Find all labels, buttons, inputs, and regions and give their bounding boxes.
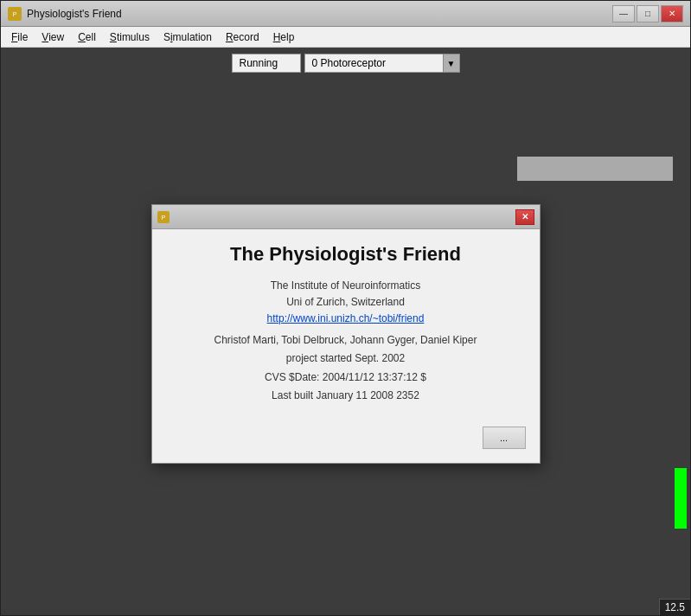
- green-indicator: [675, 468, 687, 529]
- dialog-body: The Physiologist's Friend The Institute …: [152, 229, 540, 420]
- menu-view[interactable]: View: [35, 29, 71, 45]
- dialog-org-line1: The Institute of Neuroinformatics: [173, 278, 519, 294]
- cell-select-display[interactable]: 0 Photoreceptor: [304, 54, 443, 73]
- menu-help[interactable]: Help: [266, 29, 302, 45]
- dialog-close-button[interactable]: ✕: [515, 209, 534, 225]
- svg-text:P: P: [161, 215, 165, 221]
- title-bar: P Physiologist's Friend — □ ✕: [1, 1, 690, 27]
- app-icon: P: [8, 7, 22, 21]
- bottom-number: 12.5: [659, 599, 690, 615]
- main-content: 12.5 P ✕ The Physiologist's Friend: [1, 79, 690, 615]
- dialog-footer: ...: [152, 420, 540, 463]
- menu-bar: File View Cell Stimulus Simulation Recor…: [1, 27, 690, 48]
- dialog-org: The Institute of Neuroinformatics Uni of…: [173, 278, 519, 328]
- svg-text:P: P: [13, 11, 17, 17]
- menu-record[interactable]: Record: [219, 29, 266, 45]
- main-window: P Physiologist's Friend — □ ✕ File View …: [0, 0, 691, 616]
- gray-rect: [517, 157, 673, 181]
- dialog-org-line2: Uni of Zurich, Switzerland: [173, 294, 519, 311]
- menu-cell[interactable]: Cell: [71, 29, 103, 45]
- menu-stimulus[interactable]: Stimulus: [103, 29, 157, 45]
- dialog-ok-button[interactable]: ...: [483, 427, 526, 449]
- status-label: Running: [232, 54, 301, 73]
- dialog-authors: Christof Marti, Tobi Delbruck, Johann Gy…: [173, 331, 519, 406]
- window-controls: — □ ✕: [612, 5, 683, 22]
- close-button[interactable]: ✕: [661, 5, 683, 22]
- about-dialog: P ✕ The Physiologist's Friend The Instit…: [151, 204, 541, 464]
- toolbar: Running 0 Photoreceptor ▼: [1, 48, 690, 79]
- menu-file[interactable]: File: [4, 29, 35, 45]
- dialog-title-bar: P ✕: [152, 205, 540, 229]
- dialog-icon: P: [157, 211, 170, 223]
- dialog-title-text: The Physiologist's Friend: [173, 243, 519, 266]
- dialog-link[interactable]: http://www.ini.unizh.ch/~tobi/friend: [267, 312, 425, 324]
- minimize-button[interactable]: —: [612, 5, 635, 22]
- cell-dropdown-arrow[interactable]: ▼: [443, 54, 460, 73]
- cell-select-container: 0 Photoreceptor ▼: [304, 54, 460, 73]
- maximize-button[interactable]: □: [637, 5, 659, 22]
- window-title: Physiologist's Friend: [27, 8, 612, 20]
- menu-simulation[interactable]: Simulation: [157, 29, 219, 45]
